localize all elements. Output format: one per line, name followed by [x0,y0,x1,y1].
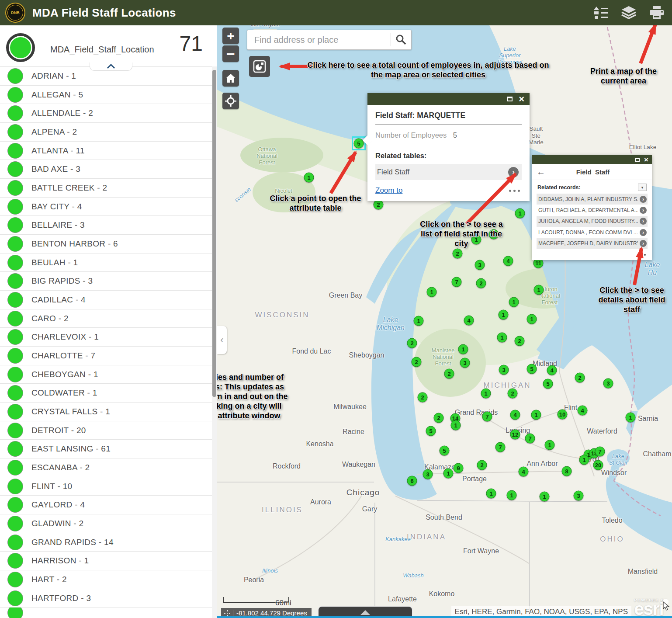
close-icon[interactable]: × [644,156,648,163]
map-point[interactable]: 1 [486,489,496,499]
map-point[interactable]: 2 [444,369,454,379]
map-point[interactable]: 2 [515,336,525,346]
map-point[interactable]: 7 [595,447,605,457]
map-point[interactable]: 1 [414,316,424,326]
map-point[interactable]: 4 [519,467,529,477]
map-point[interactable]: 7 [525,434,535,444]
zoom-to-link[interactable]: Zoom to [375,186,402,195]
map-point[interactable]: 3 [574,491,584,501]
list-item[interactable]: BELLAIRE - 3 [0,216,212,235]
map-point[interactable]: 7 [482,412,492,422]
list-item[interactable]: BATTLE CREEK - 2 [0,179,212,198]
map-point[interactable]: 4 [578,406,588,416]
map-point[interactable]: 3 [423,469,433,479]
map-point[interactable]: 1 [531,410,541,420]
list-item[interactable]: BAY CITY - 4 [0,198,212,216]
list-item[interactable]: GRAND RAPIDS - 14 [0,533,212,552]
record-detail-button[interactable]: › [640,229,647,236]
map-point[interactable]: 4 [510,410,520,420]
zoom-in-button[interactable]: + [222,28,239,44]
map-point[interactable]: 1 [427,287,437,297]
map-point[interactable]: 1 [509,297,519,307]
back-arrow-icon[interactable]: ← [532,167,550,177]
map-point[interactable]: 1 [471,235,481,245]
list-item-partial[interactable] [0,608,212,618]
sidebar-collapse-handle[interactable]: ‹ [217,326,227,354]
map-point[interactable]: 7 [452,277,462,287]
map-point[interactable]: 1 [545,440,555,450]
sidebar-scrollbar[interactable] [212,66,217,618]
map-point[interactable]: 12 [510,430,520,440]
map-point[interactable]: 1 [481,389,491,399]
map-point[interactable]: 3 [460,358,470,368]
map-point[interactable]: 1 [458,344,468,354]
map-point[interactable]: 6 [407,476,417,486]
crosshair-icon[interactable] [223,610,234,617]
chevron-down-icon[interactable]: ▾ [638,184,647,191]
map-point[interactable]: 9 [454,463,464,473]
list-item[interactable]: DETROIT - 20 [0,421,212,440]
map-point[interactable]: 1 [579,455,589,465]
list-item[interactable]: CADILLAC - 4 [0,291,212,309]
map-point[interactable]: 2 [412,357,422,367]
list-item[interactable]: GAYLORD - 4 [0,496,212,514]
map-point[interactable]: 2 [407,338,417,348]
list-item[interactable]: CHARLEVOIX - 1 [0,328,212,347]
map-point[interactable]: 1 [534,285,544,295]
map-point[interactable]: 5 [440,446,450,456]
list-item[interactable]: CHARLOTTE - 7 [0,347,212,365]
record-detail-button[interactable]: › [640,240,647,247]
map-point[interactable]: 1 [489,229,499,240]
open-related-table-button[interactable]: › [508,167,519,177]
map-point[interactable]: 1 [443,469,454,479]
map-point[interactable]: 2 [434,413,444,423]
related-record[interactable]: MACPHEE, JOSEPH D, DAIRY INDUSTRY...› [537,238,648,249]
related-record[interactable]: GUTH, RACHAEL A, DEPARTMENTAL A...› [537,205,648,215]
pagination-dots[interactable] [640,254,646,256]
list-item[interactable]: CARO - 2 [0,309,212,328]
list-item[interactable]: HARRISON - 1 [0,552,212,570]
list-item[interactable]: BENTON HARBOR - 6 [0,235,212,253]
record-detail-button[interactable]: › [640,207,647,214]
map-point[interactable]: 4 [547,365,557,375]
layers-icon[interactable] [620,5,637,20]
list-item[interactable]: COLDWATER - 1 [0,384,212,403]
map-point[interactable]: 1 [497,333,507,343]
related-record[interactable]: DIDDAMS, JOHN A, PLANT INDUSTRY S...› [537,194,648,205]
map-point[interactable]: 1 [304,173,314,183]
map-point[interactable]: 1 [451,420,461,431]
map-point[interactable]: 1 [499,310,509,320]
more-options-icon[interactable] [509,190,520,192]
map-point[interactable]: 8 [562,466,572,476]
maximize-icon[interactable] [507,97,513,101]
map-point[interactable]: 7 [495,442,506,452]
related-table-row[interactable]: Field Staff › [375,164,522,180]
list-item[interactable]: HART - 2 [0,570,212,589]
related-record[interactable]: LACOURT, DONNA , ECON COMM DVL...› [537,227,648,238]
close-icon[interactable]: × [519,94,524,104]
record-detail-button[interactable]: › [640,196,647,203]
zoom-out-button[interactable]: − [222,45,239,62]
map-point[interactable]: 1 [507,490,517,500]
map-point[interactable]: 5 [426,426,436,436]
list-item[interactable]: ESCANABA - 2 [0,458,212,477]
search-input[interactable] [247,35,391,45]
map-point[interactable]: 2 [476,278,486,288]
list-item[interactable]: CRYSTAL FALLS - 1 [0,403,212,421]
print-icon[interactable] [648,5,665,20]
map-point[interactable]: 4 [503,256,513,266]
home-button[interactable] [222,70,239,87]
map-point[interactable]: 2 [477,460,487,470]
map-point[interactable]: 3 [475,260,485,270]
list-item[interactable]: ALLEGAN - 5 [0,86,212,104]
employee-count-widget-button[interactable] [249,56,270,77]
map-point[interactable]: 2 [418,392,428,403]
list-item[interactable]: CHEBOYGAN - 1 [0,365,212,384]
record-detail-button[interactable]: › [640,218,647,225]
search-icon[interactable] [391,30,411,49]
list-item[interactable]: BEULAH - 1 [0,253,212,272]
map-point[interactable]: 4 [464,316,474,326]
map-point[interactable]: 1 [515,208,525,219]
map-point[interactable]: 3 [603,378,613,389]
map-point[interactable]: 2 [453,249,463,259]
